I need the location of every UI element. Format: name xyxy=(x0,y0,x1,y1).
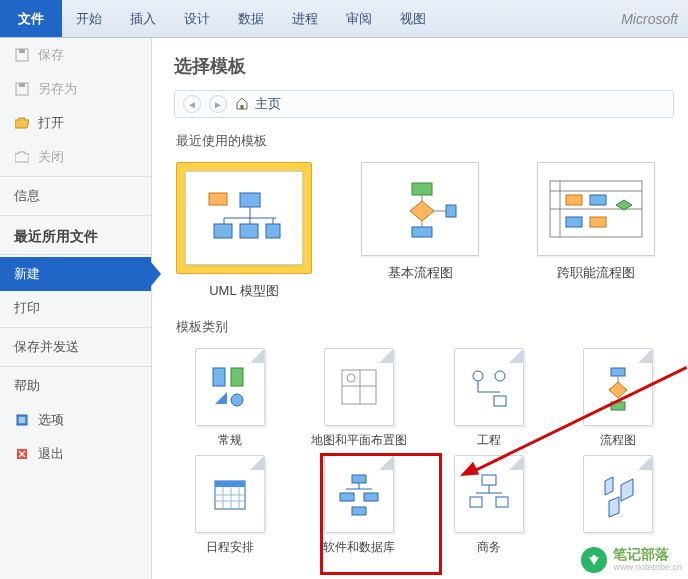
template-cross-functional[interactable]: 跨职能流程图 xyxy=(526,162,666,300)
svg-rect-37 xyxy=(342,370,376,404)
svg-point-71 xyxy=(592,555,596,559)
svg-marker-68 xyxy=(605,477,613,495)
sidebar-open[interactable]: 打开 xyxy=(0,106,151,140)
sidebar-item-label: 关闭 xyxy=(38,148,64,166)
svg-marker-18 xyxy=(410,201,434,221)
svg-point-40 xyxy=(347,374,355,382)
breadcrumb-home-label: 主页 xyxy=(255,95,281,113)
category-label: 地图和平面布置图 xyxy=(311,432,407,449)
sidebar-info[interactable]: 信息 xyxy=(0,179,151,213)
category-flowchart[interactable]: 流程图 xyxy=(563,348,675,449)
category-engineering[interactable]: 工程 xyxy=(433,348,545,449)
category-more[interactable] xyxy=(563,455,675,556)
category-row-1: 常规 地图和平面布置图 工程 流程图 xyxy=(174,342,674,449)
svg-rect-3 xyxy=(19,83,25,87)
ribbon-tabs: 文件 开始 插入 设计 数据 进程 审阅 视图 Microsoft xyxy=(0,0,688,38)
category-software-database[interactable]: 软件和数据库 xyxy=(304,455,416,556)
category-business[interactable]: 商务 xyxy=(433,455,545,556)
svg-rect-17 xyxy=(412,183,432,195)
breadcrumb-home[interactable]: 主页 xyxy=(235,95,281,113)
category-label: 商务 xyxy=(477,539,501,556)
save-icon xyxy=(14,47,30,63)
svg-rect-29 xyxy=(590,195,606,205)
tab-process[interactable]: 进程 xyxy=(278,0,332,37)
svg-rect-7 xyxy=(209,193,227,205)
svg-rect-62 xyxy=(352,507,366,515)
svg-rect-23 xyxy=(412,227,432,237)
tab-file[interactable]: 文件 xyxy=(0,0,62,37)
svg-point-42 xyxy=(495,371,505,381)
svg-marker-47 xyxy=(609,382,627,398)
svg-rect-60 xyxy=(340,493,354,501)
category-label: 日程安排 xyxy=(206,539,254,556)
watermark-url: www.notetribe.cn xyxy=(613,563,682,573)
svg-marker-70 xyxy=(609,497,619,517)
svg-rect-67 xyxy=(496,497,508,507)
svg-point-41 xyxy=(473,371,483,381)
tab-review[interactable]: 审阅 xyxy=(332,0,386,37)
sidebar-item-label: 打印 xyxy=(14,299,40,317)
sidebar-item-label: 打开 xyxy=(38,114,64,132)
svg-rect-13 xyxy=(266,224,280,238)
svg-point-36 xyxy=(231,394,243,406)
tab-home[interactable]: 开始 xyxy=(62,0,116,37)
sidebar-print[interactable]: 打印 xyxy=(0,291,151,325)
sidebar-save-as[interactable]: 另存为 xyxy=(0,72,151,106)
svg-rect-51 xyxy=(215,481,245,487)
svg-rect-11 xyxy=(214,224,232,238)
svg-rect-49 xyxy=(611,402,625,410)
svg-marker-69 xyxy=(621,479,633,501)
sidebar-save-send[interactable]: 保存并发送 xyxy=(0,330,151,364)
category-row-2: 日程安排 软件和数据库 商务 xyxy=(174,449,674,556)
main-panel: 选择模板 ◄ ► 主页 最近使用的模板 UML 模型图 基本流程图 xyxy=(152,38,688,579)
svg-rect-8 xyxy=(240,193,260,207)
categories-label: 模板类别 xyxy=(176,318,674,336)
watermark: 笔记部落 www.notetribe.cn xyxy=(581,547,682,573)
folder-open-icon xyxy=(14,115,30,131)
svg-rect-6 xyxy=(241,105,244,109)
sidebar-new[interactable]: 新建 xyxy=(0,257,151,291)
nav-back-button[interactable]: ◄ xyxy=(183,95,201,113)
category-schedule[interactable]: 日程安排 xyxy=(174,455,286,556)
home-icon xyxy=(235,96,249,113)
template-basic-flowchart[interactable]: 基本流程图 xyxy=(350,162,490,300)
category-label: 常规 xyxy=(218,432,242,449)
page-title: 选择模板 xyxy=(174,54,674,78)
sidebar-options[interactable]: 选项 xyxy=(0,403,151,437)
recent-templates-row: UML 模型图 基本流程图 跨职能流程图 xyxy=(174,156,674,312)
tab-view[interactable]: 视图 xyxy=(386,0,440,37)
tab-insert[interactable]: 插入 xyxy=(116,0,170,37)
sidebar-close[interactable]: 关闭 xyxy=(0,140,151,174)
svg-rect-66 xyxy=(470,497,482,507)
sidebar-item-label: 保存 xyxy=(38,46,64,64)
template-label: 基本流程图 xyxy=(388,264,453,282)
nav-forward-button[interactable]: ► xyxy=(209,95,227,113)
sidebar-exit[interactable]: 退出 xyxy=(0,437,151,471)
sidebar-item-label: 帮助 xyxy=(14,377,40,395)
category-maps-floorplans[interactable]: 地图和平面布置图 xyxy=(304,348,416,449)
svg-marker-35 xyxy=(215,392,227,404)
svg-rect-33 xyxy=(213,368,225,386)
svg-rect-63 xyxy=(482,475,496,485)
close-file-icon xyxy=(14,149,30,165)
svg-rect-46 xyxy=(611,368,625,376)
sidebar-recent-header[interactable]: 最近所用文件 xyxy=(0,218,151,252)
options-icon xyxy=(14,412,30,428)
sidebar-help[interactable]: 帮助 xyxy=(0,369,151,403)
sidebar-item-label: 新建 xyxy=(14,265,40,283)
category-general[interactable]: 常规 xyxy=(174,348,286,449)
svg-rect-61 xyxy=(364,493,378,501)
category-label: 软件和数据库 xyxy=(323,539,395,556)
template-uml[interactable]: UML 模型图 xyxy=(174,162,314,300)
save-as-icon xyxy=(14,81,30,97)
exit-icon xyxy=(14,446,30,462)
file-backstage-sidebar: 保存 另存为 打开 关闭 信息 最近所用文件 新建 打印 保存并发送 帮助 选项 xyxy=(0,38,152,579)
template-label: 跨职能流程图 xyxy=(557,264,635,282)
tab-data[interactable]: 数据 xyxy=(224,0,278,37)
sidebar-item-label: 保存并发送 xyxy=(14,338,79,356)
watermark-title: 笔记部落 xyxy=(613,547,682,562)
tab-design[interactable]: 设计 xyxy=(170,0,224,37)
sidebar-save[interactable]: 保存 xyxy=(0,38,151,72)
svg-rect-28 xyxy=(566,195,582,205)
sidebar-item-label: 另存为 xyxy=(38,80,77,98)
